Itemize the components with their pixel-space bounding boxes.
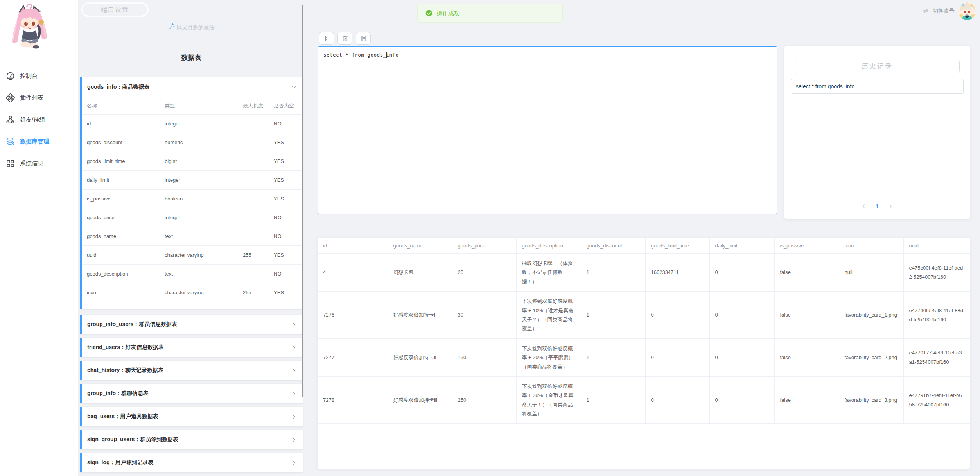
schema-row: is_passivebooleanYES	[82, 190, 303, 208]
delete-icon	[341, 35, 349, 42]
table-accordion-item[interactable]: chat_history：聊天记录数据表	[80, 361, 303, 380]
chevron-right-icon[interactable]	[888, 204, 893, 209]
user-avatar[interactable]	[958, 2, 976, 20]
results-cell: false	[774, 376, 839, 424]
results-cell: 好感度双倍加持卡Ⅲ	[388, 376, 452, 424]
sidebar-item-database[interactable]: 数据库管理	[0, 131, 78, 152]
results-cell: e47791b7-4ef8-11ef-b658-5254007bf160	[903, 376, 970, 424]
results-cell: 好感度双倍加持卡Ⅰ	[388, 292, 452, 339]
schema-cell: icon	[82, 283, 160, 302]
schema-cell: boolean	[160, 190, 238, 208]
chevron-right-icon	[291, 322, 297, 327]
history-entry[interactable]: select * from goods_info	[791, 79, 964, 94]
table-accordion-header[interactable]: goods_info：商品数据表	[82, 77, 303, 97]
sidebar-item-system-info[interactable]: 系统信息	[0, 152, 78, 174]
tables-panel-title: 数据表	[78, 53, 304, 62]
schema-cell: integer	[160, 115, 238, 133]
schema-cell	[238, 133, 269, 152]
table-accordion-label: bag_users：用户道具数据表	[87, 413, 158, 420]
sidebar-item-friends-groups[interactable]: 好友/群组	[0, 109, 78, 131]
history-panel: 历史记录 select * from goods_info 1	[784, 46, 970, 219]
table-accordion-item[interactable]: sign_log：用户签到记录表	[80, 453, 303, 472]
results-column-header: goods_discount	[581, 238, 645, 254]
scrollbar-thumb[interactable]	[302, 5, 303, 397]
success-toast: 操作成功	[417, 4, 563, 23]
schema-cell: goods_description	[82, 265, 160, 283]
schema-cell: YES	[269, 283, 303, 302]
swap-icon	[922, 7, 929, 14]
results-cell: 7278	[318, 376, 388, 424]
schema-row: goods_nametextNO	[82, 227, 303, 246]
schema-cell	[238, 227, 269, 246]
results-column-header: icon	[839, 238, 903, 254]
schema-cell: 255	[238, 246, 269, 265]
sql-editor[interactable]: select * from goods_info	[318, 46, 777, 214]
magic-wand-icon	[168, 23, 176, 30]
schema-row: idintegerNO	[82, 115, 303, 133]
results-cell: e47790fd-4ef8-11ef-88dd-5254007bf160	[903, 292, 970, 339]
success-check-icon	[425, 10, 433, 17]
table-accordion-label: chat_history：聊天记录数据表	[87, 367, 163, 374]
results-column-header: is_passive	[774, 238, 839, 254]
switch-account[interactable]: 切换账号	[922, 2, 976, 20]
sidebar-item-console[interactable]: 控制台	[0, 65, 78, 87]
chevron-right-icon	[291, 437, 297, 443]
schema-cell: NO	[269, 265, 303, 283]
table-accordion-item-goods-info: goods_info：商品数据表 名称类型最大长度是否为空 idintegerN…	[80, 77, 303, 309]
schema-cell: character varying	[160, 283, 238, 302]
tables-panel: 风灵月影的魔法 数据表 goods_info：商品数据表 名称类型最大长度是否为…	[78, 0, 304, 476]
table-accordion-label: goods_info：商品数据表	[87, 84, 149, 91]
collapsed-table-list: group_info_users：群员信息数据表friend_users：好友信…	[80, 315, 303, 472]
schema-cell: YES	[269, 171, 303, 190]
chevron-right-icon	[291, 391, 297, 397]
pagination: 1	[784, 200, 970, 212]
sidebar-item-plugins[interactable]: 插件列表	[0, 87, 78, 109]
dashboard-icon	[6, 72, 15, 81]
table-accordion-item[interactable]: bag_users：用户道具数据表	[80, 407, 303, 426]
schema-column-header: 是否为空	[269, 97, 303, 115]
page-number[interactable]: 1	[876, 203, 879, 209]
results-column-header: goods_limit_time	[645, 238, 709, 254]
results-cell: 1	[581, 338, 645, 376]
schema-row: goods_discountnumericYES	[82, 133, 303, 152]
friends-icon	[6, 115, 15, 124]
chevron-right-icon	[291, 460, 297, 466]
chevron-down-icon	[291, 84, 297, 90]
table-accordion-item[interactable]: group_info：群聊信息表	[80, 384, 303, 403]
results-cell: 7277	[318, 338, 388, 376]
clear-button[interactable]	[337, 32, 352, 45]
chevron-left-icon[interactable]	[861, 204, 866, 209]
schema-row: daily_limitintegerYES	[82, 171, 303, 190]
schema-row: goods_descriptiontextNO	[82, 265, 303, 283]
table-accordion-item[interactable]: sign_group_users：群员签到数据表	[80, 430, 303, 449]
schema-cell: NO	[269, 227, 303, 246]
chevron-right-icon	[291, 345, 297, 351]
results-column-header: id	[318, 238, 388, 254]
results-cell: 下次签到双倍好感度概率 + 10%（谁才是真命天子？）（同类商品将覆盖）	[516, 292, 581, 339]
schema-cell	[238, 115, 269, 133]
table-accordion-item[interactable]: group_info_users：群员信息数据表	[80, 315, 303, 334]
results-cell: 0	[709, 254, 774, 292]
sql-text: select * from goods_info	[323, 52, 399, 58]
results-cell: false	[774, 292, 839, 339]
schema-cell: goods_name	[82, 227, 160, 246]
schema-cell: goods_discount	[82, 133, 160, 152]
run-query-button[interactable]	[319, 32, 334, 45]
notebook-button[interactable]	[356, 32, 371, 45]
results-cell: 0	[645, 292, 709, 339]
table-accordion-label: sign_log：用户签到记录表	[87, 459, 154, 466]
chevron-right-icon	[291, 414, 297, 420]
toast-message: 操作成功	[436, 10, 460, 17]
results-cell: 0	[645, 338, 709, 376]
results-cell: 150	[452, 338, 516, 376]
system-grid-icon	[6, 159, 15, 168]
results-column-header: uuid	[903, 238, 970, 254]
table-accordion-item[interactable]: friend_users：好友信息数据表	[80, 338, 303, 357]
results-cell: 30	[452, 292, 516, 339]
table-accordion-label: group_info_users：群员信息数据表	[87, 321, 177, 328]
sql-toolbar	[319, 32, 371, 45]
plugins-icon	[6, 93, 15, 102]
results-cell: 1	[581, 376, 645, 424]
table-accordion-label: group_info：群聊信息表	[87, 390, 149, 397]
results-cell: 20	[452, 254, 516, 292]
